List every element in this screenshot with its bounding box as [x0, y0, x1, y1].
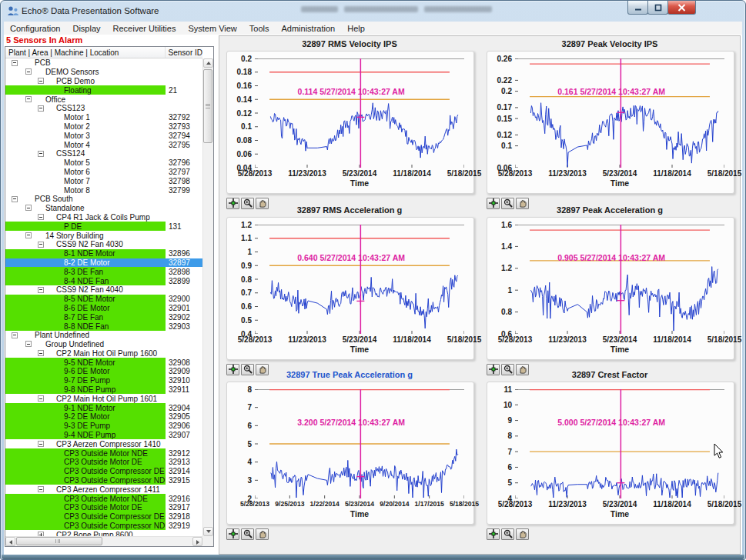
tree-row-location-cell[interactable]: 9-5 NDE Motor: [5, 358, 166, 367]
menu-administration[interactable]: Administration: [276, 22, 342, 35]
collapse-minus-icon[interactable]: [38, 441, 44, 447]
maximize-button[interactable]: [647, 1, 668, 15]
tree-row-location-cell[interactable]: DEMO Sensors: [5, 68, 166, 77]
tree-row[interactable]: 9-1 NDE Motor32904: [5, 403, 202, 412]
tree-row-location-cell[interactable]: CP2 Main Hot Oil Pump 1601: [5, 394, 166, 403]
tree-row-location-cell[interactable]: CP3 Aerzen Compressor 1410: [5, 439, 166, 448]
collapse-minus-icon[interactable]: [38, 242, 44, 248]
plot-area[interactable]: [515, 389, 724, 498]
tree-row[interactable]: CP3 Aerzen Compressor 1410: [5, 439, 202, 448]
menu-system-view[interactable]: System View: [182, 22, 243, 35]
tree-row-location-cell[interactable]: CP4 R1 Jack & Coils Pump: [5, 213, 166, 222]
tree-row-location-cell[interactable]: Group Undefined: [5, 340, 166, 349]
tree-row[interactable]: 9-8 NDE Pump32911: [5, 385, 202, 395]
tree-row-location-cell[interactable]: Motor 1: [5, 113, 166, 122]
tree-row[interactable]: Plant Undefined: [5, 331, 202, 340]
tree-row[interactable]: Standalone: [5, 204, 202, 213]
vertical-scroll-thumb[interactable]: [203, 69, 212, 143]
scroll-left-button[interactable]: [5, 537, 15, 546]
zoom-tool-button[interactable]: [241, 528, 254, 540]
tree-row[interactable]: Office: [5, 95, 202, 104]
tree-row[interactable]: CSS124: [5, 149, 202, 158]
tree-row[interactable]: 9-4 NDE Pump32907: [5, 431, 202, 440]
collapse-minus-icon[interactable]: [38, 395, 44, 402]
tree-row[interactable]: CSS123: [5, 104, 202, 113]
zoom-tool-button[interactable]: [501, 528, 514, 540]
tree-row[interactable]: CP3 Outside Motor DE32913: [5, 458, 202, 467]
cursor-tool-button[interactable]: [226, 528, 239, 540]
tree-row-location-cell[interactable]: CSS124: [5, 149, 166, 158]
tree-row[interactable]: Motor 632797: [5, 168, 202, 177]
tree-row-location-cell[interactable]: CP3 Outside Motor DE: [5, 503, 166, 512]
collapse-minus-icon[interactable]: [38, 151, 44, 157]
collapse-minus-icon[interactable]: [25, 68, 32, 75]
tree-row[interactable]: 8-1 NDE Motor32896: [5, 249, 202, 258]
tree-row[interactable]: Motor 732798: [5, 176, 202, 185]
minimize-button[interactable]: [627, 1, 648, 15]
tree-row[interactable]: CSS9 N2 Fan 4030: [5, 240, 202, 249]
menu-configuration[interactable]: Configuration: [4, 22, 66, 35]
collapse-minus-icon[interactable]: [38, 78, 44, 84]
tree-row[interactable]: Motor 532796: [5, 158, 202, 168]
tree-row[interactable]: CP2 Main Hot Oil Pump 1601: [5, 394, 202, 403]
tree-row-location-cell[interactable]: CP3 Outside Compressor NDE: [5, 522, 166, 531]
plot-area[interactable]: [255, 389, 464, 498]
collapse-minus-icon[interactable]: [38, 287, 44, 293]
tree-row-location-cell[interactable]: Plant Undefined: [5, 331, 166, 340]
tree-row-location-cell[interactable]: CSS9 N2 Fan 4040: [5, 285, 166, 295]
tree-row[interactable]: CP3 Outside Motor DE32917: [5, 503, 202, 512]
collapse-minus-icon[interactable]: [38, 105, 44, 112]
scroll-down-button[interactable]: [203, 527, 213, 536]
tree-row-location-cell[interactable]: 9-1 NDE Motor: [5, 403, 166, 412]
plot-area[interactable]: [255, 58, 464, 168]
tree-row-location-cell[interactable]: 9-2 DE Motor: [5, 412, 166, 422]
tree-row[interactable]: Motor 832799: [5, 185, 202, 195]
tree-row[interactable]: 8-8 NDE Fan32903: [5, 322, 202, 331]
tree-row-location-cell[interactable]: CP3 Outside Motor NDE: [5, 448, 166, 458]
tree-row-location-cell[interactable]: 8-2 DE Motor: [5, 258, 166, 268]
tree-row[interactable]: P DE131: [5, 222, 202, 231]
tree-row[interactable]: CP3 Outside Motor NDE32912: [5, 448, 202, 458]
tree-row-location-cell[interactable]: CSS123: [5, 104, 166, 113]
tree-row[interactable]: CP3 Outside Compressor DE32914: [5, 467, 202, 476]
tree-row-location-cell[interactable]: 8-7 DE Fan: [5, 312, 166, 322]
collapse-minus-icon[interactable]: [25, 341, 32, 347]
tree-header-sensor-id[interactable]: Sensor ID: [166, 47, 202, 58]
tree-row-location-cell[interactable]: 8-6 DE Motor: [5, 304, 166, 313]
tree-row[interactable]: 8-7 DE Fan32902: [5, 312, 202, 322]
tree-row-location-cell[interactable]: Motor 3: [5, 131, 166, 140]
tree-row-location-cell[interactable]: CP3 Outside Compressor DE: [5, 467, 166, 476]
tree-horizontal-scrollbar[interactable]: [5, 536, 202, 546]
tree-row-location-cell[interactable]: PCB Demo: [5, 77, 166, 86]
tree-row-location-cell[interactable]: Motor 8: [5, 185, 166, 195]
tree-row[interactable]: 9-2 DE Motor32905: [5, 412, 202, 422]
tree-row[interactable]: 8-3 DE Fan32898: [5, 267, 202, 276]
pan-tool-button[interactable]: [256, 528, 269, 540]
tree-row-location-cell[interactable]: CSS9 N2 Fan 4030: [5, 240, 166, 249]
tree-header-location[interactable]: Plant | Area | Machine | Location: [5, 47, 166, 58]
tree-row-location-cell[interactable]: PCB: [5, 58, 166, 68]
tree-row[interactable]: 9-3 DE Pump32906: [5, 422, 202, 431]
tree-row-location-cell[interactable]: CP3 Outside Compressor NDE: [5, 476, 166, 485]
tree-row[interactable]: 9-5 NDE Motor32908: [5, 358, 202, 367]
tree-row[interactable]: Motor 332794: [5, 131, 202, 140]
collapse-minus-icon[interactable]: [38, 350, 44, 356]
tree-row-location-cell[interactable]: PCB South: [5, 195, 166, 204]
tree-row[interactable]: PCB: [5, 58, 202, 68]
plot-area[interactable]: [255, 225, 464, 334]
tree-row-location-cell[interactable]: 8-3 DE Fan: [5, 267, 166, 276]
tree-row[interactable]: CP3 Outside Compressor DE32918: [5, 512, 202, 522]
tree-row[interactable]: CP4 R1 Jack & Coils Pump: [5, 213, 202, 222]
tree-row-location-cell[interactable]: CP2 Bone Pump 8600: [5, 530, 166, 536]
tree-row-location-cell[interactable]: Motor 4: [5, 140, 166, 149]
tree-row[interactable]: 9-7 DE Pump32910: [5, 376, 202, 385]
chart-card[interactable]: 0.60.811.21.41.65/28/201311/23/20135/23/…: [487, 217, 734, 360]
tree-row[interactable]: 14 Story Building: [5, 231, 202, 240]
chart-card[interactable]: 23456785/28/20139/25/20131/22/20145/23/2…: [226, 382, 474, 525]
plot-area[interactable]: [515, 225, 724, 334]
tree-row[interactable]: Motor 132792: [5, 113, 202, 122]
tree-row-location-cell[interactable]: CP3 Outside Motor NDE: [5, 494, 166, 503]
pan-tool-button[interactable]: [516, 528, 529, 540]
tree-row[interactable]: CSS9 N2 Fan 4040: [5, 285, 202, 295]
tree-row[interactable]: DEMO Sensors: [5, 68, 202, 77]
